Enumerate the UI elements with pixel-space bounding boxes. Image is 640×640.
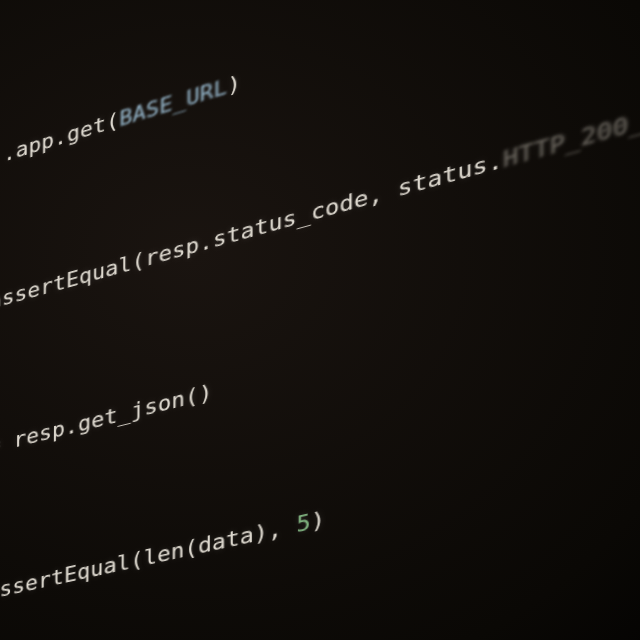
- code-token: BASE_URL: [119, 74, 227, 131]
- code-token: .app.get(: [3, 107, 119, 166]
- code-token: ta = resp.get_json(): [0, 379, 212, 468]
- code-token: ): [311, 506, 325, 535]
- code-token: ): [227, 70, 241, 99]
- code-token: HTTP_200_OK: [503, 98, 640, 173]
- code-token: 5: [296, 509, 310, 538]
- code-text-plane: .app.get(BASE_URL) lf.assertEqual(resp.s…: [0, 0, 640, 640]
- code-editor-viewport: .app.get(BASE_URL) lf.assertEqual(resp.s…: [0, 0, 640, 640]
- code-token: .assertEqual(len(data),: [0, 512, 296, 607]
- code-token: .assertEqual(resp.status_code, status.: [0, 147, 503, 318]
